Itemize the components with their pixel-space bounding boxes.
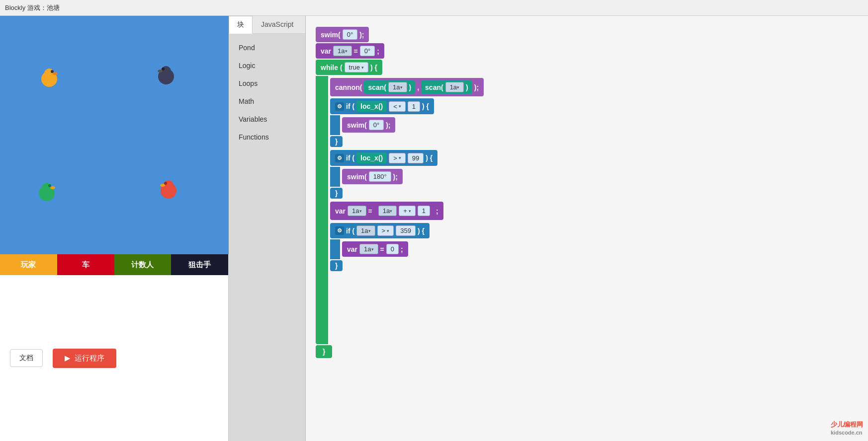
if1-body-container: swim( 0° ); [330, 115, 858, 135]
svg-point-11 [50, 186, 55, 189]
locx2-block[interactable]: loc_x() [356, 152, 387, 163]
if1-close-brace: } [330, 136, 343, 147]
app-title: Blockly 游戏：池塘 [5, 3, 60, 12]
category-loops[interactable]: Loops [229, 74, 305, 92]
toolbox: 块 JavaScript Pond Logic Loops Math Varia… [229, 16, 306, 441]
if3-body: var 1a ▾ = 0 ; [342, 239, 408, 259]
swim2-value[interactable]: 0° [369, 120, 384, 130]
duck-dark [154, 63, 178, 87]
while-left-bar [316, 76, 328, 344]
swim2-block[interactable]: swim( 0° ); [342, 117, 395, 133]
run-button[interactable]: ▶ 运行程序 [53, 349, 116, 368]
if1-close: } [330, 136, 858, 147]
svg-point-3 [53, 72, 58, 75]
while-body: cannon( scan( 1a ▾ ) , scan( 1a ▾ ) [330, 76, 858, 344]
player-bar-orange: 玩家 [0, 254, 57, 275]
var1-block[interactable]: var 1a ▾ = 0° ; [316, 43, 384, 59]
if3-body-container: var 1a ▾ = 0 ; [330, 239, 858, 259]
locx1-block[interactable]: loc_x() [356, 101, 387, 112]
player-bar-green: 计数人 [114, 254, 172, 275]
if1-body: swim( 0° ); [342, 115, 395, 135]
if2-close-brace: } [330, 188, 343, 199]
var2-op[interactable]: + ▾ [399, 206, 416, 216]
while-block[interactable]: while ( true ▾ ) { [316, 60, 382, 75]
var2-rhs-var[interactable]: 1a ▾ [378, 206, 397, 216]
block-var3: var 1a ▾ = 0 ; [342, 241, 408, 257]
blocks-container: swim( 0° ); var 1a ▾ = 0° ; while ( [316, 27, 858, 358]
if2-body: swim( 180° ); [342, 167, 403, 187]
run-icon: ▶ [65, 354, 71, 363]
duck-yellow [37, 66, 61, 89]
swim3-block[interactable]: swim( 180° ); [342, 169, 403, 184]
var2-name[interactable]: 1a ▾ [347, 206, 366, 216]
if3-op[interactable]: > ▾ [377, 225, 394, 236]
swim3-value[interactable]: 180° [369, 171, 391, 182]
if2-left-bar [330, 167, 340, 187]
scan1-var[interactable]: 1a ▾ [388, 82, 407, 92]
if3-left-bar [330, 239, 340, 259]
svg-point-7 [158, 70, 163, 73]
category-pond[interactable]: Pond [229, 39, 305, 57]
if3-block[interactable]: ⚙ if ( 1a ▾ > ▾ 359 ) { [330, 223, 430, 238]
if2-op[interactable]: > ▾ [389, 153, 406, 163]
if2-block[interactable]: ⚙ if ( loc_x() > ▾ 99 ) { [330, 150, 437, 166]
swim1-block[interactable]: swim( 0° ); [316, 27, 369, 42]
svg-point-10 [48, 184, 51, 187]
if3-val[interactable]: 359 [396, 225, 416, 236]
category-variables[interactable]: Variables [229, 110, 305, 128]
category-logic[interactable]: Logic [229, 57, 305, 74]
while-close-brace: } [316, 345, 332, 358]
category-functions[interactable]: Functions [229, 128, 305, 146]
block-swim2: swim( 0° ); [342, 117, 395, 133]
titlebar: Blockly 游戏：池塘 [0, 0, 868, 16]
svg-point-15 [160, 184, 165, 187]
block-if2-header: ⚙ if ( loc_x() > ▾ 99 ) { [330, 150, 858, 166]
player-bar-dark: 狙击手 [171, 254, 228, 275]
var3-value[interactable]: 0 [386, 244, 399, 254]
while-condition[interactable]: true ▾ [345, 62, 368, 73]
var1-name[interactable]: 1a ▾ [333, 46, 351, 56]
tab-bar: 块 JavaScript [229, 16, 305, 34]
category-math[interactable]: Math [229, 92, 305, 110]
tab-blocks[interactable]: 块 [229, 16, 253, 34]
scan1-block[interactable]: scan( 1a ▾ ) [364, 80, 415, 94]
player-bar-red: 车 [57, 254, 114, 275]
block-swim1: swim( 0° ); [316, 27, 858, 42]
block-var2: var 1a ▾ = 1a ▾ + ▾ 1 ; [330, 202, 858, 220]
scan2-var[interactable]: 1a ▾ [445, 82, 464, 92]
logo: 少儿编程网 kidscode.cn [831, 420, 863, 436]
gear-icon-2[interactable]: ⚙ [335, 154, 344, 162]
gear-icon-3[interactable]: ⚙ [335, 226, 344, 235]
if2-val[interactable]: 99 [408, 153, 424, 163]
if1-block[interactable]: ⚙ if ( loc_x() < ▾ 1 ) { [330, 98, 434, 114]
if2-close: } [330, 188, 858, 199]
var1-value[interactable]: 0° [360, 46, 375, 56]
block-if3-header: ⚙ if ( 1a ▾ > ▾ 359 ) { [330, 223, 858, 238]
block-swim3: swim( 180° ); [342, 169, 403, 184]
block-if1-header: ⚙ if ( loc_x() < ▾ 1 ) { [330, 98, 858, 114]
var3-block[interactable]: var 1a ▾ = 0 ; [342, 241, 408, 257]
if1-op[interactable]: < ▾ [389, 101, 406, 112]
svg-point-14 [164, 182, 167, 185]
main-layout: 玩家 车 计数人 狙击手 文档 ▶ 运行程序 块 [0, 16, 868, 441]
left-panel: 玩家 车 计数人 狙击手 文档 ▶ 运行程序 [0, 16, 229, 441]
game-canvas [0, 16, 229, 254]
if3-var[interactable]: 1a ▾ [356, 225, 375, 236]
doc-button[interactable]: 文档 [10, 349, 43, 367]
svg-point-6 [162, 68, 165, 71]
block-while: while ( true ▾ ) { [316, 60, 858, 75]
gear-icon-1[interactable]: ⚙ [335, 102, 344, 111]
var2-rhs[interactable]: 1a ▾ + ▾ 1 [374, 204, 434, 218]
var2-block[interactable]: var 1a ▾ = 1a ▾ + ▾ 1 ; [330, 202, 443, 220]
cannon-block[interactable]: cannon( scan( 1a ▾ ) , scan( 1a ▾ ) [330, 78, 484, 96]
var2-rhs-val[interactable]: 1 [418, 206, 430, 216]
player-bars: 玩家 车 计数人 狙击手 [0, 254, 228, 275]
swim1-value[interactable]: 0° [343, 29, 357, 40]
scan2-block[interactable]: scan( 1a ▾ ) [421, 80, 472, 94]
if1-val[interactable]: 1 [408, 101, 420, 112]
code-panel[interactable]: swim( 0° ); var 1a ▾ = 0° ; while ( [306, 16, 868, 441]
if1-left-bar [330, 115, 340, 135]
tab-javascript[interactable]: JavaScript [253, 16, 302, 33]
if3-close: } [330, 260, 858, 271]
var3-name[interactable]: 1a ▾ [359, 244, 378, 254]
